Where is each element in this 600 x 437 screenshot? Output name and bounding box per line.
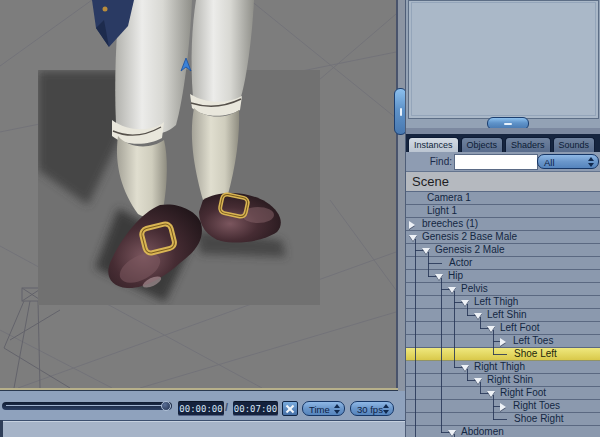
tree-row-genesis-2-male[interactable]: Genesis 2 Male [406,244,600,257]
tree-row-label: breeches (1) [422,218,478,230]
scene-header-label: Scene [412,174,449,189]
tree-guide-line [454,348,455,361]
tree-row-left-shin[interactable]: Left Shin [406,309,600,322]
tree-guide-line [415,374,416,387]
tree-guide-line [415,426,416,437]
tree-row-label: Right Toes [513,400,560,412]
tree-row-light-1[interactable]: Light 1 [406,205,600,218]
properties-pane-empty [406,0,600,128]
tree-row-left-toes[interactable]: Left Toes [406,335,600,348]
timeline-footer-strip [0,420,405,437]
tree-guide-line [441,322,442,335]
tree-guide-line [415,361,416,374]
tree-row-label: Camera 1 [427,192,471,204]
tree-row-shoe-right[interactable]: Shoe Right [406,413,600,426]
tree-guide-line [415,387,416,400]
fps-dropdown[interactable]: 30 fps [350,401,394,416]
time-mode-value: Time [309,404,330,415]
tree-row-label: Shoe Right [514,413,563,425]
tree-row-label: Actor [449,257,472,269]
find-filter-dropdown[interactable]: All [537,154,599,169]
double-chevron-icon [382,404,390,414]
tree-guide-line [415,322,416,335]
find-filter-value: All [544,157,555,168]
tab-shaders[interactable]: Shaders [505,137,551,152]
tree-guide-line [415,283,416,296]
tree-guide-line [415,400,416,413]
tree-row-breeches-1[interactable]: breeches (1) [406,218,600,231]
loop-toggle-button[interactable] [282,401,298,416]
tree-guide-line [415,296,416,309]
tree-guide-line [415,257,416,270]
properties-pane-surface [408,0,599,119]
tree-row-label: Left Thigh [474,296,518,308]
tree-row-label: Light 1 [427,205,457,217]
tree-row-camera-1[interactable]: Camera 1 [406,192,600,205]
tree-row-label: Left Shin [487,309,526,321]
tree-row-right-toes[interactable]: Right Toes [406,400,600,413]
tree-guide-line [493,354,507,355]
tree-guide-line [415,309,416,322]
tree-guide-line [454,322,455,335]
timeline-bar: 00:00:00 / 00:07:00 Time 30 fps [0,391,405,420]
tree-row-label: Left Toes [513,335,553,347]
tree-guide-line [415,348,416,361]
time-mode-dropdown[interactable]: Time [302,401,345,416]
tree-row-label: Right Foot [500,387,546,399]
time-scrubber-knob[interactable] [161,401,171,411]
tree-row-genesis-2-base-male[interactable]: Genesis 2 Base Male [406,231,600,244]
tree-row-abdomen[interactable]: Abdomen [406,426,600,437]
tree-guide-line [493,419,507,420]
tab-instances[interactable]: Instances [408,137,459,152]
disclosure-triangle-icon[interactable] [500,338,506,346]
tree-row-label: Shoe Left [514,348,557,360]
current-time-display[interactable]: 00:00:00 [178,401,224,416]
tree-guide-line [441,387,442,400]
viewport-3d[interactable] [0,0,398,388]
fps-value: 30 fps [357,404,383,415]
tree-guide-line [441,374,442,387]
tree-row-pelvis[interactable]: Pelvis [406,283,600,296]
find-row: Find: All [406,152,600,172]
tree-guide-line [415,413,416,426]
tree-row-actor[interactable]: Actor [406,257,600,270]
carrara-app-window: InstancesObjectsShadersSoundsClips Find:… [0,0,600,437]
tree-guide-line [441,335,442,348]
tree-guide-line [454,335,455,348]
tree-guide-line [441,309,442,322]
tree-guide-line [441,400,442,413]
tree-row-label: Left Foot [500,322,539,334]
double-chevron-icon [587,157,595,167]
tree-row-label: Right Shin [487,374,533,386]
tree-guide-line [441,296,442,309]
tree-guide-line [454,309,455,322]
right-panel: InstancesObjectsShadersSoundsClips Find:… [405,0,600,437]
tree-guide-line [441,361,442,374]
tree-row-label: Hip [448,270,463,282]
tree-row-hip[interactable]: Hip [406,270,600,283]
tab-bar: InstancesObjectsShadersSoundsClips [406,134,600,152]
tree-row-right-thigh[interactable]: Right Thigh [406,361,600,374]
double-chevron-icon [333,404,341,414]
time-scrubber-track[interactable] [2,402,172,410]
tree-guide-line [428,263,442,264]
tree-row-right-foot[interactable]: Right Foot [406,387,600,400]
tree-row-left-foot[interactable]: Left Foot [406,322,600,335]
tab-objects[interactable]: Objects [461,137,504,152]
tab-sounds[interactable]: Sounds [553,137,596,152]
tree-row-label: Right Thigh [474,361,525,373]
tree-guide-line [415,270,416,283]
scene-header: Scene [406,172,600,192]
disclosure-triangle-icon[interactable] [409,221,415,229]
tree-row-label: Abdomen [461,426,504,437]
tree-row-left-thigh[interactable]: Left Thigh [406,296,600,309]
tree-row-shoe-left[interactable]: Shoe Left [406,348,600,361]
timeline-corner-notch [0,420,3,437]
tree-guide-line [415,335,416,348]
find-input[interactable] [454,154,538,170]
tree-row-right-shin[interactable]: Right Shin [406,374,600,387]
tree-row-label: Genesis 2 Male [435,244,504,256]
scene-tree: Camera 1Light 1breeches (1)Genesis 2 Bas… [406,192,600,437]
end-time-display[interactable]: 00:07:00 [233,401,278,416]
disclosure-triangle-icon[interactable] [500,403,506,411]
